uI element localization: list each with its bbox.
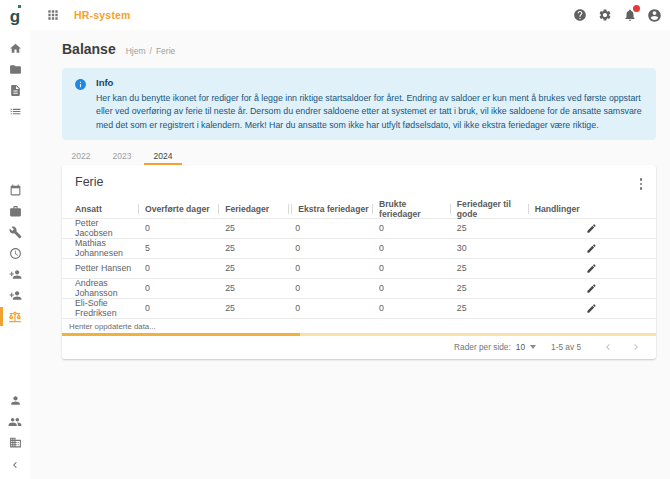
tools-icon [9,226,22,239]
column-header-feriedager-til-gode[interactable]: Feriedager til gode [450,200,528,218]
tab-2022[interactable]: 2022 [62,148,100,165]
table-row: Andreas Johansson 0 25 0 0 25 [62,278,656,298]
chevron-left-icon [9,459,21,471]
breadcrumb-current: Ferie [156,46,175,56]
home-icon [9,42,22,55]
breadcrumb: Hjem / Ferie [126,46,176,56]
ferie-card: Ferie Ansatt Overførte dager Feriedager … [62,165,656,359]
sidebar-item-add-employee[interactable] [0,264,30,285]
settings-button[interactable] [596,7,613,24]
column-header-feriedager[interactable]: Feriedager [218,200,288,218]
column-header-ekstra-feriedager[interactable]: Ekstra feriedager [288,200,372,218]
cell-ekstra: 0 [288,243,372,253]
previous-page-button[interactable] [600,341,616,353]
pencil-icon [586,243,597,254]
pencil-icon [586,223,597,234]
cell-feriedager: 25 [218,263,288,273]
sidebar-item-calendar[interactable] [0,180,30,201]
card-header: Ferie [62,165,656,200]
next-page-button[interactable] [628,341,644,353]
progress-segment-dark [62,333,300,336]
topbar-actions [571,7,670,24]
document-icon [9,84,22,97]
main-content: Balanse Hjem / Ferie Info Her kan du ben… [30,30,670,479]
sidebar-item-documents[interactable] [0,80,30,101]
cell-overforte: 5 [138,243,218,253]
person-add-icon [9,268,22,281]
sidebar-item-groups[interactable] [0,411,30,432]
chevron-right-icon [630,341,642,353]
tab-2024[interactable]: 2024 [144,148,182,165]
column-header-handlinger[interactable]: Handlinger [528,200,656,218]
avatar-icon [647,8,662,23]
cell-ekstra: 0 [288,303,372,313]
cell-feriedager: 25 [218,303,288,313]
edit-button[interactable] [583,302,600,315]
employee-name: Mathias Johannesen [62,238,138,258]
breadcrumb-separator: / [150,46,152,56]
rows-per-page-value: 10 [516,342,525,352]
column-header-overforte-dager[interactable]: Overførte dager [138,200,218,218]
edit-button[interactable] [583,262,600,275]
edit-button[interactable] [583,222,600,235]
info-banner: Info Her kan du benytte ikonet for redig… [62,68,656,140]
sidebar-item-folder[interactable] [0,59,30,80]
table-row: Mathias Johannesen 5 25 0 0 30 [62,238,656,258]
sidebar-item-tools[interactable] [0,222,30,243]
sidebar-item-list[interactable] [0,101,30,122]
folder-icon [9,63,22,76]
company-logo[interactable]: g [0,0,30,30]
gear-icon [598,8,612,22]
info-content: Info Her kan du benytte ikonet for redig… [96,77,644,132]
sidebar [0,30,30,479]
cell-brukte: 0 [372,243,450,253]
edit-button[interactable] [583,242,600,255]
tab-2023[interactable]: 2023 [103,148,141,165]
breadcrumb-home[interactable]: Hjem [126,46,146,56]
cell-brukte: 0 [372,223,450,233]
list-icon [9,105,22,118]
account-button[interactable] [646,7,663,24]
cell-feriedager: 25 [218,243,288,253]
table-header-row: Ansatt Overførte dager Feriedager Ekstra… [62,200,656,218]
cell-ekstra: 0 [288,283,372,293]
page-title: Balanse [62,41,116,57]
balance-scale-icon [8,310,22,324]
notifications-button[interactable] [621,7,638,24]
cell-brukte: 0 [372,263,450,273]
sidebar-item-employee[interactable] [0,390,30,411]
edit-button[interactable] [583,282,600,295]
clock-icon [9,247,22,260]
sidebar-item-add-user[interactable] [0,285,30,306]
rows-per-page-select[interactable]: Rader per side: 10 [454,342,536,352]
sidebar-item-company[interactable] [0,432,30,453]
calendar-icon [9,184,22,197]
sidebar-collapse-button[interactable] [0,453,30,477]
help-button[interactable] [571,7,588,24]
info-icon-wrap [74,77,87,132]
user-add-icon [9,289,22,302]
cell-brukte: 0 [372,303,450,313]
app-window: g HR-system [0,0,670,479]
info-icon [74,78,87,91]
card-menu-button[interactable] [634,175,649,193]
cell-til-gode: 25 [450,263,528,273]
logo-letter: g [10,8,20,25]
cell-feriedager: 25 [218,283,288,293]
loading-text: Henter oppdaterte data... [62,318,656,333]
top-bar: g HR-system [0,0,670,30]
employee-name: Eli-Sofie Fredriksen [62,298,138,318]
column-header-brukte-feriedager[interactable]: Brukte feriedager [372,200,450,218]
sidebar-item-home[interactable] [0,38,30,59]
pagination: Rader per side: 10 1-5 av 5 [62,336,656,359]
sidebar-item-history[interactable] [0,243,30,264]
app-grid-button[interactable] [45,7,61,23]
column-header-ansatt[interactable]: Ansatt [62,200,138,218]
building-icon [9,436,22,449]
cell-ekstra: 0 [288,223,372,233]
cell-overforte: 0 [138,283,218,293]
table-row: Petter Jacobsen 0 25 0 0 25 [62,218,656,238]
cell-overforte: 0 [138,303,218,313]
sidebar-item-balance[interactable] [0,306,30,327]
sidebar-item-work[interactable] [0,201,30,222]
